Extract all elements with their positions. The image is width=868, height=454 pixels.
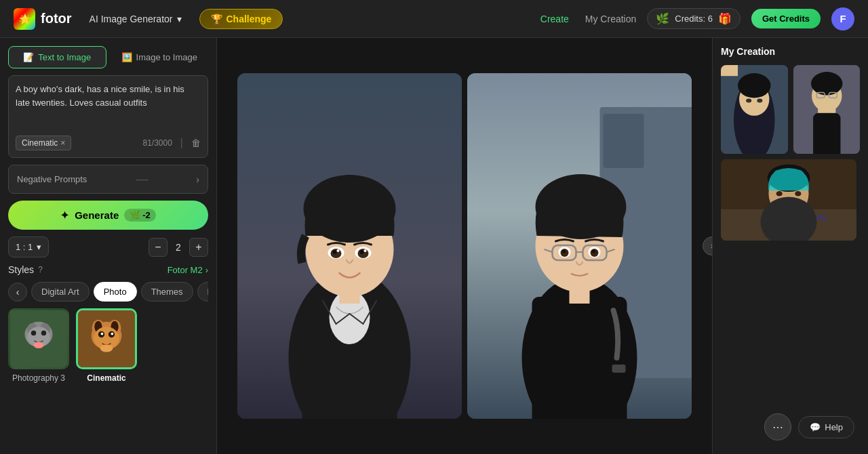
help-button[interactable]: 💬 Help (798, 416, 854, 438)
logo[interactable]: 🌟 fotor (14, 8, 72, 30)
style-tab-photo[interactable]: Photo (94, 282, 137, 302)
svg-rect-54 (612, 365, 626, 373)
my-creation-title: My Creation (721, 46, 860, 57)
get-credits-button[interactable]: Get Credits (751, 9, 821, 28)
svg-point-34 (364, 249, 367, 252)
header-nav: Create My Creation (540, 14, 637, 24)
svg-point-18 (111, 333, 114, 335)
trophy-icon: 🏆 (211, 14, 222, 24)
svg-point-53 (592, 250, 595, 253)
cinematic-label: Cinematic (22, 138, 58, 148)
creation-thumb-1[interactable] (721, 65, 788, 154)
center-area: › (217, 38, 712, 454)
divider: | (180, 137, 183, 149)
count-decrease-button[interactable]: − (149, 238, 167, 257)
tab-text-to-image[interactable]: 📝 Text to Image (8, 46, 106, 68)
svg-point-31 (333, 250, 337, 254)
svg-point-6 (41, 331, 46, 335)
arrow-right-icon: › (205, 265, 208, 275)
logo-icon: 🌟 (14, 8, 35, 30)
style-nav-prev-button[interactable]: ‹ (8, 283, 27, 302)
photography3-label: Photography 3 (12, 373, 65, 383)
style-thumb-photography3[interactable]: Photography 3 (8, 308, 69, 383)
tag-close-icon[interactable]: × (60, 138, 65, 148)
generated-image-1[interactable] (237, 73, 462, 419)
generate-button[interactable]: ✦ Generate 🌿 -2 (8, 201, 208, 230)
svg-point-74 (776, 191, 783, 196)
svg-rect-37 (604, 114, 644, 168)
help-label: Help (825, 422, 843, 432)
logo-text: fotor (41, 11, 72, 26)
style-tab-digital-art[interactable]: Digital Art (31, 282, 90, 302)
creation-thumb-2[interactable] (793, 65, 861, 154)
nav-dropdown[interactable]: AI Image Generator ▾ (83, 9, 189, 28)
style-tab-painting[interactable]: Pain... (197, 282, 208, 302)
my-creation-link[interactable]: My Creation (585, 14, 636, 24)
info-icon[interactable]: ? (38, 265, 43, 274)
expand-icon: › (196, 174, 199, 185)
negative-prompts-row[interactable]: Negative Prompts — › (8, 165, 208, 194)
svg-point-32 (360, 250, 364, 254)
header: 🌟 fotor AI Image Generator ▾ 🏆 Challenge… (0, 0, 868, 38)
svg-point-7 (34, 342, 44, 348)
gift-icon[interactable]: 🎁 (718, 12, 732, 25)
style-tabs: ‹ Digital Art Photo Themes Pain... › (8, 282, 208, 302)
create-link[interactable]: Create (540, 14, 569, 24)
svg-point-42 (536, 174, 627, 239)
ratio-value: 1 : 1 (16, 242, 33, 252)
model-link[interactable]: Fotor M2 › (167, 265, 208, 275)
cinematic-label: Cinematic (87, 373, 125, 383)
negative-prompts-label: Negative Prompts (17, 174, 87, 184)
svg-point-75 (795, 191, 801, 196)
svg-point-17 (101, 333, 104, 335)
tab-image-to-image-label: Image to Image (136, 52, 197, 62)
count-increase-button[interactable]: + (189, 238, 208, 257)
anime-boy-1-svg (237, 73, 462, 419)
ratio-chevron-icon: ▾ (37, 242, 41, 252)
prompt-area: Cinematic × 81/3000 | 🗑 (8, 75, 208, 158)
count-control: − 2 + (149, 238, 208, 257)
generated-image-2[interactable] (467, 73, 692, 419)
creation-thumb-3[interactable] (721, 159, 856, 241)
count-value: 2 (173, 242, 184, 253)
wand-icon: ✦ (60, 209, 69, 222)
more-button[interactable]: ⋯ (764, 413, 791, 440)
ratio-select[interactable]: 1 : 1 ▾ (8, 236, 49, 257)
generate-label: Generate (75, 209, 119, 221)
svg-point-59 (738, 73, 770, 98)
main-layout: 📝 Text to Image 🖼️ Image to Image Cinema… (0, 38, 868, 454)
svg-rect-57 (721, 65, 738, 76)
bottom-right-controls: ⋯ 💬 Help (764, 413, 854, 440)
creation-grid (721, 65, 860, 241)
credit-badge: 🌿 -2 (124, 209, 156, 222)
style-tab-themes[interactable]: Themes (141, 282, 193, 302)
cinematic-tag[interactable]: Cinematic × (16, 136, 71, 150)
svg-point-33 (337, 249, 340, 252)
style-thumbnails: Photography 3 (8, 308, 208, 383)
mode-tabs: 📝 Text to Image 🖼️ Image to Image (8, 46, 208, 68)
trash-icon[interactable]: 🗑 (191, 138, 201, 148)
style-thumb-cinematic[interactable]: Cinematic (76, 308, 137, 383)
photography3-thumb-image (8, 308, 69, 369)
left-panel: 📝 Text to Image 🖼️ Image to Image Cinema… (0, 38, 217, 454)
prompt-input[interactable] (16, 83, 201, 130)
svg-point-61 (757, 99, 762, 103)
images-grid (217, 38, 712, 454)
nav-label: AI Image Generator (90, 14, 173, 24)
leaf-icon: 🌿 (656, 12, 669, 25)
model-label: Fotor M2 (167, 265, 203, 275)
tab-text-to-image-label: Text to Image (38, 52, 91, 62)
image-icon: 🖼️ (121, 52, 132, 62)
svg-point-5 (31, 331, 36, 335)
controls-row: 1 : 1 ▾ − 2 + (8, 236, 208, 257)
chevron-down-icon: ▾ (177, 14, 182, 24)
avatar[interactable]: F (831, 7, 854, 30)
svg-rect-63 (813, 113, 840, 154)
credits-label: Credits: 6 (675, 14, 713, 24)
more-icon: ⋯ (772, 421, 783, 434)
text-icon: 📝 (23, 52, 34, 62)
leaf-icon-small: 🌿 (130, 210, 140, 220)
char-count: 81/3000 (142, 138, 172, 148)
challenge-button[interactable]: 🏆 Challenge (199, 9, 283, 29)
tab-image-to-image[interactable]: 🖼️ Image to Image (111, 46, 209, 68)
